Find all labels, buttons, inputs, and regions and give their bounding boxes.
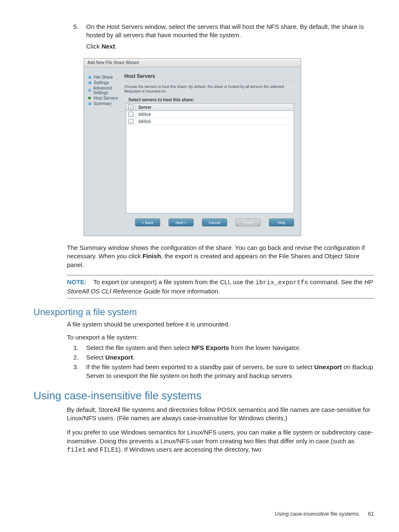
divider <box>124 81 294 81</box>
row-checkbox[interactable] <box>126 111 136 118</box>
wizard-heading: Host Servers <box>124 73 294 79</box>
nav-advanced-settings[interactable]: Advanced Settings <box>88 86 122 95</box>
help-button[interactable]: Help <box>269 218 294 226</box>
nav-host-servers[interactable]: Host Servers <box>88 96 122 100</box>
bullet-icon <box>88 81 91 84</box>
document-page: On the Host Servers window, select the s… <box>0 0 399 532</box>
unexport-p1: A file system should be unexported befor… <box>67 320 374 329</box>
wizard-screenshot: Add New File Share Wizard File Share Set… <box>84 58 301 236</box>
table-row[interactable]: ib69s5 <box>126 118 294 125</box>
next-button[interactable]: Next > <box>169 218 194 226</box>
wizard-description: Choose the servers to host this share. B… <box>124 85 294 94</box>
cancel-button[interactable]: Cancel <box>202 218 227 226</box>
note-paragraph: NOTE: To export (or unexport) a file sys… <box>67 278 374 296</box>
step-5-text: On the Host Servers window, select the s… <box>86 23 364 39</box>
server-name: ib69s4 <box>136 112 151 117</box>
wizard-title: Add New File Share Wizard <box>84 59 301 67</box>
unexport-step-3: If the file system had been exported to … <box>80 362 374 380</box>
page-number: 61 <box>368 511 374 517</box>
note-label: NOTE: <box>67 278 87 285</box>
step-list: On the Host Servers window, select the s… <box>33 23 374 51</box>
table-row[interactable]: ib69s4 <box>126 111 294 118</box>
summary-paragraph: The Summary window shows the configurati… <box>67 244 374 269</box>
nav-settings[interactable]: Settings <box>88 80 122 85</box>
heading-unexporting: Unexporting a file system <box>33 307 374 318</box>
bullet-icon <box>88 76 91 79</box>
arrow-icon <box>88 97 91 100</box>
bullet-icon <box>88 102 91 105</box>
server-table: ✓ Server ib69s4 ib69s5 <box>126 103 294 213</box>
wizard-nav: File Share Settings Advanced Settings Ho… <box>84 67 124 236</box>
nav-summary[interactable]: Summary <box>88 101 122 106</box>
note-rule-top <box>67 275 374 275</box>
unexport-steps: Select the file system and then select N… <box>33 343 374 380</box>
caseins-p1: By default, StoreAll file systems and di… <box>67 406 374 423</box>
footer-text: Using case-insensitive file systems <box>275 511 359 517</box>
row-checkbox[interactable] <box>126 118 136 125</box>
step-5-click-next: Click Next. <box>86 42 374 51</box>
page-footer: Using case-insensitive file systems 61 <box>275 511 374 517</box>
column-server: Server <box>136 105 151 110</box>
select-all-checkbox[interactable]: ✓ <box>126 104 136 111</box>
finish-button: Finish <box>235 218 261 226</box>
caseins-p2: If you prefer to use Windows semantics f… <box>67 428 374 455</box>
unexport-step-1: Select the file system and then select N… <box>80 343 374 352</box>
wizard-subheading: Select servers to host this share: <box>124 98 294 103</box>
unexport-step-2: Select Unexport. <box>80 353 374 362</box>
server-table-header: ✓ Server <box>126 103 294 111</box>
heading-case-insensitive: Using case-insensitive file systems <box>33 389 374 402</box>
bullet-icon <box>88 89 91 92</box>
unexport-p2: To unexport a file system: <box>67 333 374 342</box>
nav-file-share[interactable]: File Share <box>88 75 122 80</box>
step-5: On the Host Servers window, select the s… <box>80 23 374 51</box>
back-button[interactable]: < Back <box>135 218 160 226</box>
server-name: ib69s5 <box>136 119 151 124</box>
note-rule-bottom <box>67 298 374 298</box>
wizard-buttons: < Back Next > Cancel Finish Help <box>124 213 294 231</box>
wizard-main: Host Servers Choose the servers to host … <box>124 67 301 236</box>
